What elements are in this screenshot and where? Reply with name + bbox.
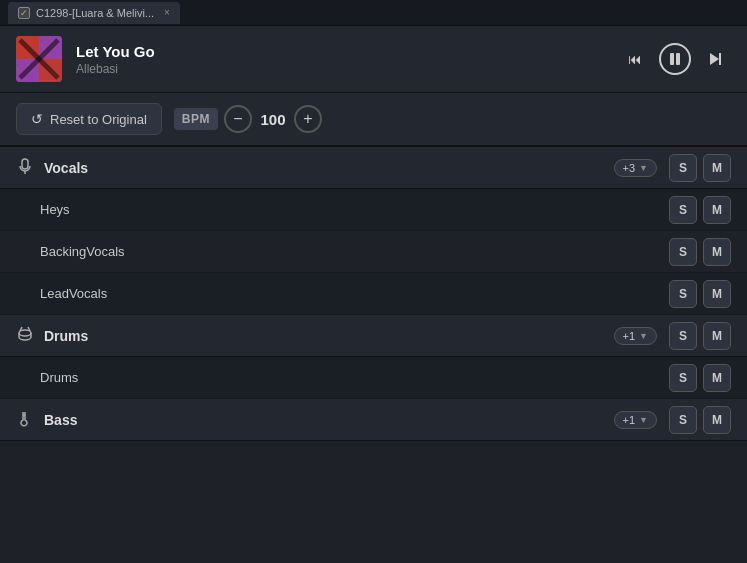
song-artist: Allebasi bbox=[76, 62, 605, 76]
bpm-increase-button[interactable]: + bbox=[294, 105, 322, 133]
tab-close-icon[interactable]: × bbox=[164, 7, 170, 18]
solo-button-vocals-1[interactable]: S bbox=[669, 238, 697, 266]
pitch-badge-vocals[interactable]: +3 ▼ bbox=[614, 159, 657, 177]
pause-icon bbox=[668, 52, 682, 66]
svg-marker-8 bbox=[710, 53, 719, 65]
group-name-drums: Drums bbox=[44, 328, 614, 344]
group-track-buttons-vocals: S M bbox=[669, 154, 731, 182]
bass-group-icon bbox=[16, 409, 34, 427]
bass-icon bbox=[16, 409, 34, 431]
album-artwork bbox=[16, 36, 62, 82]
tab-label: C1298-[Luara & Melivi... bbox=[36, 7, 154, 19]
svg-rect-6 bbox=[670, 53, 674, 65]
vocals-icon bbox=[16, 157, 34, 179]
group-track-buttons-bass: S M bbox=[669, 406, 731, 434]
subtrack-buttons-vocals-0: S M bbox=[669, 196, 731, 224]
pitch-badge-bass[interactable]: +1 ▼ bbox=[614, 411, 657, 429]
prev-button[interactable]: ⏮ bbox=[619, 43, 651, 75]
reset-button[interactable]: ↺ Reset to Original bbox=[16, 103, 162, 135]
svg-rect-7 bbox=[676, 53, 680, 65]
mute-button-drums-0[interactable]: M bbox=[703, 364, 731, 392]
mute-button-vocals-1[interactable]: M bbox=[703, 238, 731, 266]
subtrack-vocals-0: Heys S M bbox=[0, 189, 747, 231]
svg-rect-9 bbox=[719, 53, 721, 65]
bpm-section: BPM − 100 + bbox=[174, 105, 322, 133]
pitch-value-vocals: +3 bbox=[623, 162, 636, 174]
group-track-buttons-drums: S M bbox=[669, 322, 731, 350]
next-icon bbox=[708, 52, 722, 66]
group-name-bass: Bass bbox=[44, 412, 614, 428]
solo-button-bass[interactable]: S bbox=[669, 406, 697, 434]
mute-button-vocals-0[interactable]: M bbox=[703, 196, 731, 224]
drums-icon bbox=[16, 325, 34, 347]
group-header-drums: Drums +1 ▼ S M bbox=[0, 315, 747, 357]
next-button[interactable] bbox=[699, 43, 731, 75]
subtrack-name-vocals-2: LeadVocals bbox=[40, 286, 669, 301]
song-header: Let You Go Allebasi ⏮ bbox=[0, 26, 747, 93]
play-pause-button[interactable] bbox=[659, 43, 691, 75]
subtrack-drums-0: Drums S M bbox=[0, 357, 747, 399]
subtrack-name-vocals-0: Heys bbox=[40, 202, 669, 217]
mute-button-bass[interactable]: M bbox=[703, 406, 731, 434]
mute-button-drums[interactable]: M bbox=[703, 322, 731, 350]
vocals-group-icon bbox=[16, 157, 34, 175]
chevron-down-icon: ▼ bbox=[639, 331, 648, 341]
pitch-badge-drums[interactable]: +1 ▼ bbox=[614, 327, 657, 345]
bpm-decrease-button[interactable]: − bbox=[224, 105, 252, 133]
tracks-container: Vocals +3 ▼ S M Heys S M BackingVocals S… bbox=[0, 147, 747, 441]
song-title: Let You Go bbox=[76, 43, 605, 60]
transport-controls: ⏮ bbox=[619, 43, 731, 75]
subtrack-vocals-1: BackingVocals S M bbox=[0, 231, 747, 273]
tab-bar: C1298-[Luara & Melivi... × bbox=[0, 0, 747, 26]
tab-checkbox[interactable] bbox=[18, 7, 30, 19]
solo-button-vocals-0[interactable]: S bbox=[669, 196, 697, 224]
pitch-value-drums: +1 bbox=[623, 330, 636, 342]
group-header-vocals: Vocals +3 ▼ S M bbox=[0, 147, 747, 189]
bpm-label: BPM bbox=[174, 108, 218, 130]
mute-button-vocals[interactable]: M bbox=[703, 154, 731, 182]
subtrack-buttons-drums-0: S M bbox=[669, 364, 731, 392]
subtrack-buttons-vocals-2: S M bbox=[669, 280, 731, 308]
solo-button-vocals[interactable]: S bbox=[669, 154, 697, 182]
artwork-svg bbox=[16, 36, 62, 82]
chevron-down-icon: ▼ bbox=[639, 163, 648, 173]
chevron-down-icon: ▼ bbox=[639, 415, 648, 425]
tab-item[interactable]: C1298-[Luara & Melivi... × bbox=[8, 2, 180, 24]
reset-label: Reset to Original bbox=[50, 112, 147, 127]
song-info: Let You Go Allebasi bbox=[76, 43, 605, 76]
group-name-vocals: Vocals bbox=[44, 160, 614, 176]
solo-button-drums[interactable]: S bbox=[669, 322, 697, 350]
subtrack-vocals-2: LeadVocals S M bbox=[0, 273, 747, 315]
mute-button-vocals-2[interactable]: M bbox=[703, 280, 731, 308]
reset-icon: ↺ bbox=[31, 111, 43, 127]
solo-button-vocals-2[interactable]: S bbox=[669, 280, 697, 308]
solo-button-drums-0[interactable]: S bbox=[669, 364, 697, 392]
subtrack-name-vocals-1: BackingVocals bbox=[40, 244, 669, 259]
subtrack-name-drums-0: Drums bbox=[40, 370, 669, 385]
pitch-value-bass: +1 bbox=[623, 414, 636, 426]
subtrack-buttons-vocals-1: S M bbox=[669, 238, 731, 266]
drums-group-icon bbox=[16, 325, 34, 343]
toolbar: ↺ Reset to Original BPM − 100 + bbox=[0, 93, 747, 147]
group-header-bass: Bass +1 ▼ S M bbox=[0, 399, 747, 441]
bpm-value: 100 bbox=[258, 111, 288, 128]
